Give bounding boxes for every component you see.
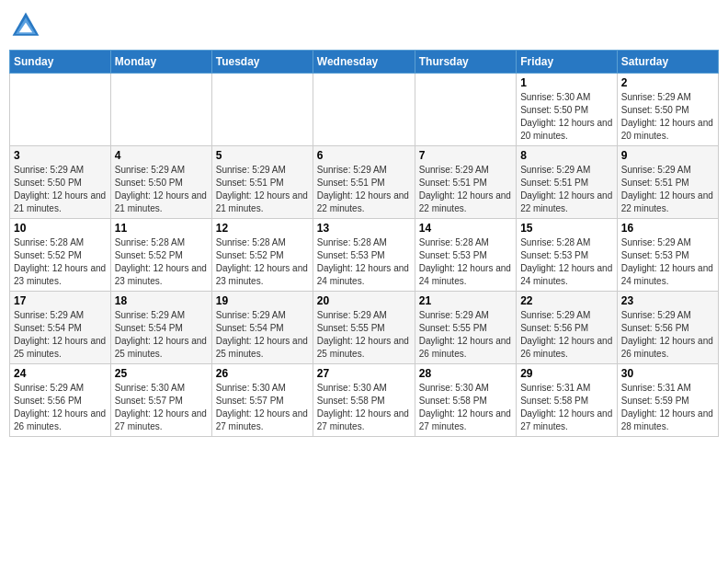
calendar-cell: 19Sunrise: 5:29 AM Sunset: 5:54 PM Dayli… bbox=[211, 292, 313, 364]
calendar-cell: 9Sunrise: 5:29 AM Sunset: 5:51 PM Daylig… bbox=[617, 146, 718, 219]
calendar-cell: 21Sunrise: 5:29 AM Sunset: 5:55 PM Dayli… bbox=[415, 292, 516, 364]
day-info: Sunrise: 5:30 AM Sunset: 5:58 PM Dayligh… bbox=[317, 382, 411, 433]
calendar-week-2: 3Sunrise: 5:29 AM Sunset: 5:50 PM Daylig… bbox=[10, 146, 719, 219]
day-number: 3 bbox=[14, 149, 107, 162]
day-number: 28 bbox=[419, 367, 512, 380]
day-info: Sunrise: 5:28 AM Sunset: 5:52 PM Dayligh… bbox=[115, 236, 208, 288]
day-header-friday: Friday bbox=[517, 51, 618, 74]
day-info: Sunrise: 5:30 AM Sunset: 5:57 PM Dayligh… bbox=[115, 382, 208, 433]
calendar-cell: 1Sunrise: 5:30 AM Sunset: 5:50 PM Daylig… bbox=[517, 74, 618, 146]
calendar-cell bbox=[110, 74, 211, 146]
calendar-cell: 30Sunrise: 5:31 AM Sunset: 5:59 PM Dayli… bbox=[617, 364, 718, 437]
day-number: 27 bbox=[317, 367, 411, 380]
day-info: Sunrise: 5:29 AM Sunset: 5:51 PM Dayligh… bbox=[216, 164, 309, 215]
day-number: 13 bbox=[317, 222, 411, 235]
calendar-cell: 22Sunrise: 5:29 AM Sunset: 5:56 PM Dayli… bbox=[517, 292, 618, 364]
calendar-cell: 12Sunrise: 5:28 AM Sunset: 5:52 PM Dayli… bbox=[211, 219, 313, 292]
day-info: Sunrise: 5:29 AM Sunset: 5:53 PM Dayligh… bbox=[621, 236, 714, 288]
day-number: 16 bbox=[621, 222, 714, 235]
calendar-cell bbox=[313, 74, 415, 146]
calendar-cell bbox=[211, 74, 313, 146]
day-number: 9 bbox=[621, 149, 714, 162]
day-info: Sunrise: 5:29 AM Sunset: 5:54 PM Dayligh… bbox=[14, 309, 107, 361]
day-info: Sunrise: 5:30 AM Sunset: 5:58 PM Dayligh… bbox=[419, 382, 512, 433]
calendar-cell: 26Sunrise: 5:30 AM Sunset: 5:57 PM Dayli… bbox=[211, 364, 313, 437]
day-info: Sunrise: 5:30 AM Sunset: 5:50 PM Dayligh… bbox=[520, 91, 613, 143]
day-number: 12 bbox=[216, 222, 309, 235]
day-number: 30 bbox=[621, 367, 714, 380]
calendar-cell: 25Sunrise: 5:30 AM Sunset: 5:57 PM Dayli… bbox=[110, 364, 211, 437]
day-number: 20 bbox=[317, 294, 411, 307]
calendar-cell: 20Sunrise: 5:29 AM Sunset: 5:55 PM Dayli… bbox=[313, 292, 415, 364]
day-number: 2 bbox=[621, 76, 714, 89]
day-number: 8 bbox=[520, 149, 613, 162]
logo-icon bbox=[9, 9, 42, 42]
calendar-cell bbox=[10, 74, 111, 146]
day-info: Sunrise: 5:29 AM Sunset: 5:54 PM Dayligh… bbox=[115, 309, 208, 361]
logo bbox=[9, 9, 46, 42]
calendar-cell: 4Sunrise: 5:29 AM Sunset: 5:50 PM Daylig… bbox=[110, 146, 211, 219]
day-info: Sunrise: 5:31 AM Sunset: 5:59 PM Dayligh… bbox=[621, 382, 714, 433]
day-info: Sunrise: 5:28 AM Sunset: 5:53 PM Dayligh… bbox=[419, 236, 512, 288]
day-info: Sunrise: 5:29 AM Sunset: 5:50 PM Dayligh… bbox=[621, 91, 714, 143]
day-number: 22 bbox=[520, 294, 613, 307]
day-number: 11 bbox=[115, 222, 208, 235]
calendar-cell: 13Sunrise: 5:28 AM Sunset: 5:53 PM Dayli… bbox=[313, 219, 415, 292]
calendar-cell: 8Sunrise: 5:29 AM Sunset: 5:51 PM Daylig… bbox=[517, 146, 618, 219]
day-number: 5 bbox=[216, 149, 309, 162]
page-header bbox=[9, 9, 719, 42]
calendar-cell: 14Sunrise: 5:28 AM Sunset: 5:53 PM Dayli… bbox=[415, 219, 516, 292]
day-number: 29 bbox=[520, 367, 613, 380]
day-header-tuesday: Tuesday bbox=[211, 51, 313, 74]
calendar-cell: 10Sunrise: 5:28 AM Sunset: 5:52 PM Dayli… bbox=[10, 219, 111, 292]
calendar-cell: 3Sunrise: 5:29 AM Sunset: 5:50 PM Daylig… bbox=[10, 146, 111, 219]
day-info: Sunrise: 5:31 AM Sunset: 5:58 PM Dayligh… bbox=[520, 382, 613, 433]
day-number: 21 bbox=[419, 294, 512, 307]
day-info: Sunrise: 5:30 AM Sunset: 5:57 PM Dayligh… bbox=[216, 382, 309, 433]
day-info: Sunrise: 5:29 AM Sunset: 5:51 PM Dayligh… bbox=[317, 164, 411, 215]
day-number: 6 bbox=[317, 149, 411, 162]
day-info: Sunrise: 5:29 AM Sunset: 5:56 PM Dayligh… bbox=[520, 309, 613, 361]
day-info: Sunrise: 5:29 AM Sunset: 5:50 PM Dayligh… bbox=[14, 164, 107, 215]
calendar-cell: 17Sunrise: 5:29 AM Sunset: 5:54 PM Dayli… bbox=[10, 292, 111, 364]
calendar-week-3: 10Sunrise: 5:28 AM Sunset: 5:52 PM Dayli… bbox=[10, 219, 719, 292]
calendar-cell: 24Sunrise: 5:29 AM Sunset: 5:56 PM Dayli… bbox=[10, 364, 111, 437]
day-number: 17 bbox=[14, 294, 107, 307]
day-number: 7 bbox=[419, 149, 512, 162]
day-header-sunday: Sunday bbox=[10, 51, 111, 74]
day-number: 19 bbox=[216, 294, 309, 307]
day-number: 26 bbox=[216, 367, 309, 380]
day-number: 10 bbox=[14, 222, 107, 235]
calendar-table: SundayMondayTuesdayWednesdayThursdayFrid… bbox=[9, 50, 719, 437]
calendar-cell: 15Sunrise: 5:28 AM Sunset: 5:53 PM Dayli… bbox=[517, 219, 618, 292]
calendar-cell: 27Sunrise: 5:30 AM Sunset: 5:58 PM Dayli… bbox=[313, 364, 415, 437]
day-header-monday: Monday bbox=[110, 51, 211, 74]
day-info: Sunrise: 5:28 AM Sunset: 5:53 PM Dayligh… bbox=[520, 236, 613, 288]
day-number: 18 bbox=[115, 294, 208, 307]
day-info: Sunrise: 5:29 AM Sunset: 5:51 PM Dayligh… bbox=[520, 164, 613, 215]
calendar-week-4: 17Sunrise: 5:29 AM Sunset: 5:54 PM Dayli… bbox=[10, 292, 719, 364]
calendar-cell: 29Sunrise: 5:31 AM Sunset: 5:58 PM Dayli… bbox=[517, 364, 618, 437]
day-number: 25 bbox=[115, 367, 208, 380]
calendar-cell: 16Sunrise: 5:29 AM Sunset: 5:53 PM Dayli… bbox=[617, 219, 718, 292]
calendar-week-5: 24Sunrise: 5:29 AM Sunset: 5:56 PM Dayli… bbox=[10, 364, 719, 437]
day-number: 15 bbox=[520, 222, 613, 235]
day-number: 1 bbox=[520, 76, 613, 89]
calendar-cell: 5Sunrise: 5:29 AM Sunset: 5:51 PM Daylig… bbox=[211, 146, 313, 219]
calendar-cell: 6Sunrise: 5:29 AM Sunset: 5:51 PM Daylig… bbox=[313, 146, 415, 219]
calendar-cell: 7Sunrise: 5:29 AM Sunset: 5:51 PM Daylig… bbox=[415, 146, 516, 219]
calendar-cell: 11Sunrise: 5:28 AM Sunset: 5:52 PM Dayli… bbox=[110, 219, 211, 292]
day-number: 14 bbox=[419, 222, 512, 235]
calendar-cell: 23Sunrise: 5:29 AM Sunset: 5:56 PM Dayli… bbox=[617, 292, 718, 364]
day-info: Sunrise: 5:29 AM Sunset: 5:50 PM Dayligh… bbox=[115, 164, 208, 215]
calendar-cell: 28Sunrise: 5:30 AM Sunset: 5:58 PM Dayli… bbox=[415, 364, 516, 437]
day-info: Sunrise: 5:28 AM Sunset: 5:52 PM Dayligh… bbox=[14, 236, 107, 288]
day-number: 24 bbox=[14, 367, 107, 380]
calendar-cell: 2Sunrise: 5:29 AM Sunset: 5:50 PM Daylig… bbox=[617, 74, 718, 146]
day-number: 23 bbox=[621, 294, 714, 307]
day-info: Sunrise: 5:28 AM Sunset: 5:52 PM Dayligh… bbox=[216, 236, 309, 288]
day-info: Sunrise: 5:28 AM Sunset: 5:53 PM Dayligh… bbox=[317, 236, 411, 288]
day-info: Sunrise: 5:29 AM Sunset: 5:51 PM Dayligh… bbox=[419, 164, 512, 215]
calendar-week-1: 1Sunrise: 5:30 AM Sunset: 5:50 PM Daylig… bbox=[10, 74, 719, 146]
day-info: Sunrise: 5:29 AM Sunset: 5:56 PM Dayligh… bbox=[621, 309, 714, 361]
